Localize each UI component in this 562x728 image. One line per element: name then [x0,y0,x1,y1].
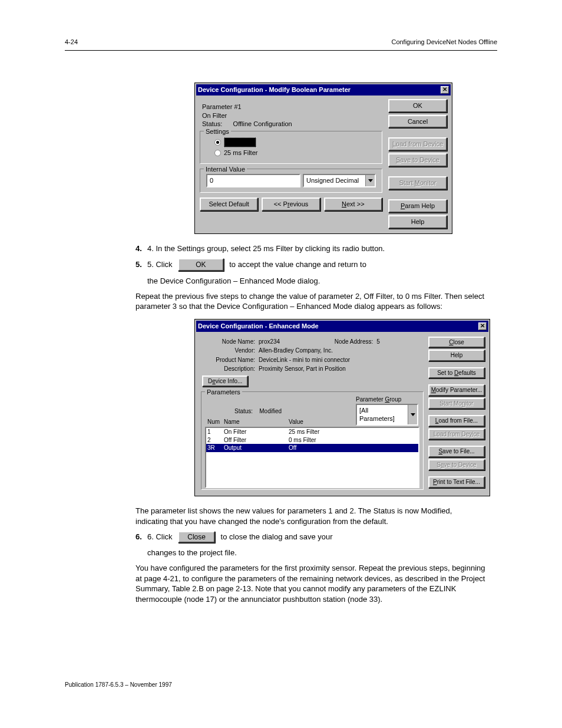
step-6a-text: 6. Click [147,532,173,541]
step-5b-text: to accept the value change and return to [229,260,366,269]
close-icon[interactable]: ✕ [441,86,449,94]
chevron-down-icon [408,405,417,425]
modify-boolean-dialog: Device Configuration - Modify Boolean Pa… [194,83,452,234]
load-from-device-button: Load from Device [388,137,447,151]
set-defaults-button[interactable]: Set to Defaults [428,367,485,379]
param-status-label: Status: [234,408,253,414]
vendor-label: Vendor: [208,347,255,355]
save-to-device-button: Save to Device [388,153,447,167]
parameters-group: Parameters Status: Modified Num Name [201,391,424,490]
ok-inline-button[interactable]: OK [178,258,223,271]
close-inline-button[interactable]: Close [178,531,215,543]
combo-text: Unsigned Decimal [304,175,365,186]
print-to-text-button[interactable]: Print to Text File... [428,476,485,488]
param-status-value: Modified [259,408,282,414]
radio-dot-icon [214,139,221,146]
help-button[interactable]: Help [428,350,485,361]
internal-value-group: Internal Value 0 Unsigned Decimal [200,169,382,193]
close-button[interactable]: Close [428,337,485,348]
internal-value-input[interactable]: 0 [206,174,300,187]
param-group-combo[interactable]: [All Parameters] [356,404,418,426]
parameters-group-title: Parameters [205,388,242,397]
dialog-title: Device Configuration - Enhanced Mode [198,322,319,331]
settings-group-title: Settings [204,127,231,136]
select-default-button[interactable]: Select Default [200,197,258,211]
enhanced-mode-dialog: Device Configuration - Enhanced Mode ✕ N… [194,319,490,497]
param-help-button[interactable]: Param Help [388,199,447,213]
node-address-label: Node Address: [326,338,373,346]
dialog-title: Device Configuration - Modify Boolean Pa… [198,85,351,94]
save-to-device-button: Save to Device [428,459,485,471]
start-monitor-button: Start Monitor [388,176,447,190]
radio-25ms[interactable]: 25 ms Filter [214,149,376,157]
paragraph-text: The parameter list shows the new values … [135,506,485,526]
table-row-selected[interactable]: 3R Output Off [206,444,418,452]
help-button[interactable]: Help [388,215,447,229]
page-number: 4-24 [65,38,78,47]
device-info-button[interactable]: Device Info... [202,375,248,387]
cancel-button[interactable]: Cancel [388,115,447,129]
product-name-value: DeviceLink - mini to mini connector [259,356,422,364]
step-4-text: 4. In the Settings group, select 25 ms F… [147,244,385,253]
step-5a-text: 5. Click [147,260,173,269]
previous-button[interactable]: << Previous [262,197,320,211]
instruction-text: Repeat the previous five steps to change… [135,291,485,312]
load-from-device-button: Load from Device [428,429,485,440]
radio-dot-icon [214,150,221,156]
closing-paragraph: You have configured the parameters for t… [135,563,485,604]
radio-0ms[interactable]: 0 ms Filter [214,137,376,147]
save-to-file-button[interactable]: Save to File... [428,446,485,457]
next-button[interactable]: Next >> [324,197,382,211]
internal-value-title: Internal Value [204,165,247,174]
description-value: Proximity Sensor, Part in Position [259,365,422,373]
step-6b-text: to close the dialog and save your [221,532,333,541]
load-from-file-button[interactable]: Load from File... [428,415,485,427]
step-6c-text: changes to the project file. [147,548,485,558]
vendor-value: Allen-Bradley Company, Inc. [259,347,422,355]
node-name-label: Node Name: [208,338,255,346]
radio-0ms-label: 0 ms Filter [224,137,256,147]
settings-group: Settings 0 ms Filter 25 ms Filter [200,131,382,164]
parameter-table[interactable]: 1 On Filter 25 ms Filter 2 Off Filter 0 … [205,427,419,488]
col-name: Name [224,418,289,426]
start-monitor-button: Start Monitor [428,398,485,410]
chevron-down-icon [365,175,375,186]
table-row[interactable]: 1 On Filter 25 ms Filter [206,428,418,436]
parameter-number: Parameter #1 [202,103,380,111]
node-address-value: 5 [376,338,422,346]
modify-parameter-button[interactable]: Modify Parameter... [428,384,485,396]
col-value: Value [289,418,351,426]
ok-button[interactable]: OK [388,99,447,113]
node-name-value: prox234 [259,338,322,346]
publication-footer: Publication 1787-6.5.3 – November 1997 [65,681,497,689]
description-label: Description: [208,365,255,373]
combo-text: [All Parameters] [357,405,408,425]
internal-value-type-combo[interactable]: Unsigned Decimal [303,174,376,187]
status-label: Status: [202,120,222,127]
product-name-label: Product Name: [208,356,255,364]
radio-25ms-label: 25 ms Filter [224,149,257,157]
parameter-name: On Filter [202,111,380,120]
header-rule [65,50,497,51]
page-section-title: Configuring DeviceNet Nodes Offline [391,38,497,47]
step-5c-text: the Device Configuration – Enhanced Mode… [147,276,485,286]
table-row[interactable]: 2 Off Filter 0 ms Filter [206,436,418,444]
status-value: Offline Configuration [233,120,292,127]
col-num: Num [207,418,224,426]
param-group-label: Parameter Group [356,396,418,404]
close-icon[interactable]: ✕ [478,322,487,330]
